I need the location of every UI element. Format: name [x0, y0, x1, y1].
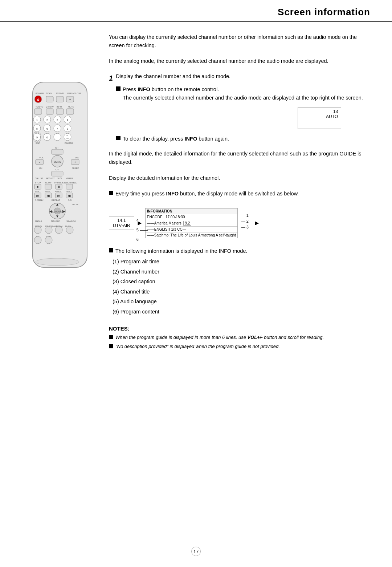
label-3: — 3: [241, 225, 249, 229]
svg-point-110: [34, 226, 41, 234]
svg-text:FWD: FWD: [45, 190, 50, 193]
svg-rect-79: [66, 184, 73, 189]
step1-text: Display the channel number and the audio…: [116, 72, 230, 81]
svg-rect-7: [46, 96, 53, 102]
note2-line: "No description provided" is displayed w…: [109, 343, 370, 351]
remote-column: POWER TV/AV TV/DVD OPEN/CLOSE ⏻ ▲ TV/DTV…: [22, 33, 98, 352]
svg-text:0: 0: [46, 136, 48, 139]
svg-point-116: [34, 236, 41, 244]
svg-text:8: 8: [67, 127, 68, 130]
svg-text:REV: REV: [35, 190, 39, 193]
bullet-icon5: [109, 335, 113, 339]
step1-line: 1 Display the channel number and the aud…: [109, 72, 370, 84]
info-list-intro: The following information is displayed i…: [115, 247, 247, 255]
page-header: Screen information: [0, 0, 392, 22]
label-1: — 1: [241, 213, 249, 218]
step1-bullet1-text: Press INFO button on the remote control.…: [123, 85, 363, 102]
svg-text:1: 1: [36, 119, 38, 121]
svg-text:SAP: SAP: [36, 142, 40, 144]
svg-point-112: [55, 226, 62, 234]
note2-text: "No description provided" is displayed w…: [115, 343, 280, 351]
svg-text:3: 3: [57, 119, 58, 121]
svg-text:TV/DTV: TV/DTV: [36, 106, 43, 108]
label-6: 6: [136, 237, 148, 242]
svg-text:INFO: INFO: [57, 106, 62, 108]
svg-text:TV/DVD: TV/DVD: [56, 92, 64, 94]
svg-text:ANGLE: ANGLE: [35, 220, 42, 222]
svg-text:—: —: [39, 170, 41, 172]
dtv-type: DTV-AIR: [113, 223, 130, 228]
svg-text:CH+: CH+: [55, 147, 60, 149]
channel-mode: AUTO: [326, 114, 338, 119]
bullet-icon3: [109, 191, 113, 195]
svg-text:⏸: ⏸: [57, 185, 60, 189]
channel-display-area: 13 AUTO: [109, 104, 341, 132]
info-row1-text: ENCODE 17:00-18:30: [147, 215, 185, 219]
svg-text:▼: ▼: [56, 214, 59, 218]
remote-svg: POWER TV/AV TV/DVD OPEN/CLOSE ⏻ ▲ TV/DTV…: [25, 80, 94, 269]
note1-line: When the program guide is displayed in m…: [109, 334, 370, 341]
svg-text:OK: OK: [39, 167, 42, 169]
arrow-icon2: ►: [254, 219, 260, 227]
label-4: 4 ——: [136, 218, 148, 223]
svg-text:6: 6: [46, 127, 48, 130]
svg-text:7: 7: [57, 127, 58, 130]
svg-text:SIZE: SIZE: [57, 177, 62, 179]
step-number: 1: [109, 72, 113, 84]
svg-text:OPEN/CLOSE: OPEN/CLOSE: [67, 92, 81, 94]
svg-point-111: [45, 226, 52, 234]
svg-text:—: —: [66, 137, 69, 139]
bullet-icon4: [109, 248, 113, 252]
info-table-wrapper: INFORMATION ENCODE 17:00-18:30 ——America…: [145, 208, 249, 238]
info-row4: ——Satchmo: The Life of Louis Armstrong A…: [146, 232, 237, 238]
label-5: 5 ——: [136, 228, 148, 232]
info-diagram: 14.1 DTV-AIR ► INFORMATION ENCODE 17:00-…: [109, 208, 370, 238]
svg-text:PLAY/ENTER: PLAY/ENTER: [51, 211, 65, 213]
svg-text:⏭: ⏭: [47, 194, 50, 198]
svg-rect-65: [52, 171, 63, 176]
svg-text:REPEAT: REPEAT: [52, 199, 60, 201]
list-item-6: (6) Program content: [113, 307, 370, 317]
info-row2-text: ——America Masters: [147, 221, 184, 225]
number-labels: — 1 — 2 — 3: [241, 208, 249, 229]
svg-text:⏭: ⏭: [68, 194, 71, 198]
svg-text:GUIDE: GUIDE: [66, 177, 73, 179]
info-header: INFORMATION: [147, 209, 172, 213]
svg-text:P.MODE: P.MODE: [65, 142, 73, 144]
notes-title: NOTES:: [109, 325, 370, 332]
label-2: — 2: [241, 219, 249, 223]
svg-text:9: 9: [36, 136, 38, 139]
svg-text:⏮: ⏮: [36, 194, 40, 198]
digital-bullet-text: Every time you press INFO button, the di…: [115, 190, 299, 198]
info-numbered-list: (1) Program air time (2) Channel number …: [113, 257, 370, 317]
bullet-icon6: [109, 344, 113, 348]
list-item-2: (2) Channel number: [113, 267, 370, 277]
svg-text:PREV: PREV: [55, 190, 61, 193]
svg-text:▲: ▲: [69, 98, 72, 101]
svg-text:A-B: A-B: [68, 199, 72, 201]
content-column: You can display the currently selected c…: [109, 33, 370, 352]
svg-rect-16: [46, 109, 53, 114]
svg-text:MUTE: MUTE: [68, 106, 74, 108]
left-numbers: 4 —— 5 —— 6: [136, 218, 148, 242]
svg-text:SLOW: SLOW: [72, 203, 78, 206]
svg-text:CH-: CH-: [56, 169, 60, 171]
svg-text:SLEEP: SLEEP: [72, 167, 79, 169]
svg-text:TV/AV: TV/AV: [46, 92, 52, 94]
svg-text:FAV.LIST: FAV.LIST: [46, 177, 55, 179]
svg-text:POWER: POWER: [36, 92, 44, 94]
info-table: INFORMATION ENCODE 17:00-18:30 ——America…: [145, 208, 238, 238]
svg-text:D.MENU: D.MENU: [35, 199, 44, 201]
notes-section: NOTES: When the program guide is display…: [109, 325, 370, 352]
list-item-4: (4) Channel title: [113, 287, 370, 297]
svg-text:PAUSE/STEP: PAUSE/STEP: [54, 182, 68, 184]
svg-rect-51: [52, 149, 63, 154]
list-item-5: (5) Audio language: [113, 297, 370, 307]
remote-image: POWER TV/AV TV/DVD OPEN/CLOSE ⏻ ▲ TV/DTV…: [25, 80, 94, 270]
svg-text:VOL: VOL: [75, 157, 79, 159]
svg-text:Q.VIEW: Q.VIEW: [46, 106, 54, 108]
svg-text:SEARCH: SEARCH: [66, 220, 75, 222]
bullet-icon2: [116, 136, 121, 140]
note1-text: When the program guide is displayed in m…: [115, 334, 324, 341]
svg-text:+: +: [74, 161, 76, 163]
